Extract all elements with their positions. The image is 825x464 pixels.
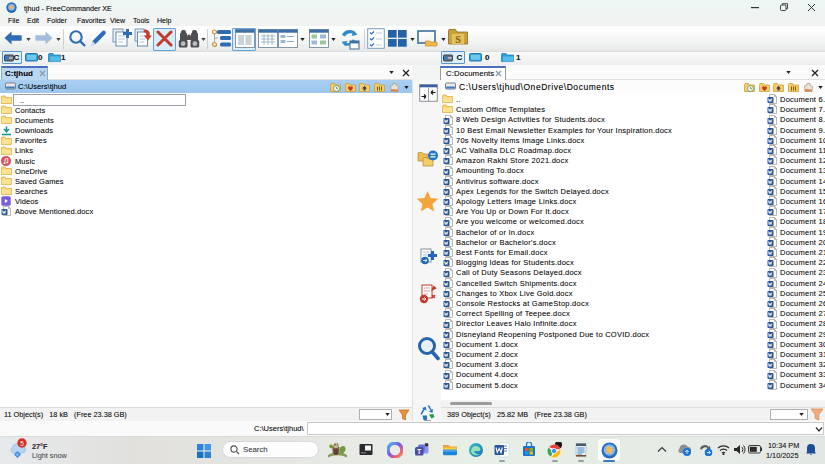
- svg-text:T: T: [417, 448, 422, 455]
- svg-text:S: S: [455, 34, 461, 45]
- svg-text:5: 5: [20, 440, 24, 447]
